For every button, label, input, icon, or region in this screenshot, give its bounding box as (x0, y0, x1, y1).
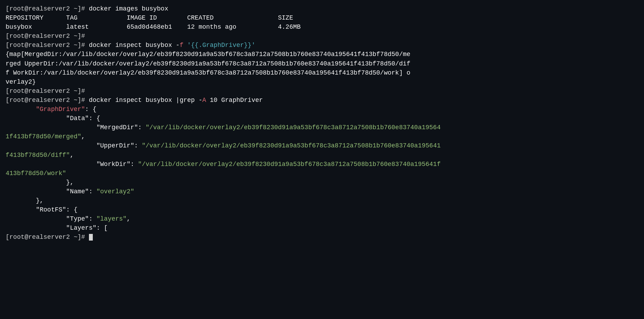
terminal-text (6, 142, 96, 149)
terminal-text: "/var/lib/docker/overlay2/eb39f8230d91a9… (146, 124, 441, 131)
terminal-text: 1f413bf78d50/merged" (6, 133, 81, 140)
terminal-text (6, 161, 96, 168)
terminal-text: "WorkDir" (96, 161, 130, 168)
terminal-text: docker inspect busybox |grep - (89, 97, 202, 104)
terminal-line: [root@realserver2 ~]# docker images busy… (6, 4, 638, 13)
terminal-text: "/var/lib/docker/overlay2/eb39f8230d91a9… (142, 142, 441, 149)
terminal-text: : (89, 188, 97, 195)
terminal-text (6, 197, 36, 204)
terminal-text: 413bf78d50/work" (6, 170, 66, 177)
terminal-line: 413bf78d50/work" (6, 169, 638, 178)
terminal-text: : (130, 161, 138, 168)
terminal-line: [root@realserver2 ~]# (6, 233, 638, 242)
terminal-cursor (89, 234, 93, 241)
terminal-line: "WorkDir": "/var/lib/docker/overlay2/eb3… (6, 160, 638, 169)
terminal-text: [root@realserver2 ~]# (6, 234, 89, 241)
terminal-text: , (81, 133, 85, 140)
terminal-line: [root@realserver2 ~]# docker inspect bus… (6, 41, 638, 50)
terminal-line: [root@realserver2 ~]# docker inspect bus… (6, 96, 638, 105)
terminal-line: f413bf78d50/diff", (6, 151, 638, 160)
terminal-line: f WorkDir:/var/lib/docker/overlay2/eb39f… (6, 68, 638, 77)
terminal-text: "UpperDir" (96, 142, 134, 149)
terminal-text: '{{.GraphDriver}}' (183, 42, 255, 49)
terminal-text: : (89, 215, 97, 222)
terminal-text: REPOSITORY TAG IMAGE ID CREATED SIZE (6, 14, 293, 21)
terminal-text: [root@realserver2 ~]# (6, 5, 89, 12)
terminal-line: "UpperDir": "/var/lib/docker/overlay2/eb… (6, 141, 638, 150)
terminal-line: verlay2} (6, 77, 638, 86)
terminal-text: "RootFS" (36, 206, 66, 213)
terminal-line: rged UpperDir:/var/lib/docker/overlay2/e… (6, 59, 638, 68)
terminal-text: docker inspect busybox - (89, 42, 180, 49)
terminal-line: REPOSITORY TAG IMAGE ID CREATED SIZE (6, 13, 638, 22)
terminal-text (6, 179, 66, 186)
terminal-text: : (138, 124, 146, 131)
terminal-text: "GraphDriver" (36, 106, 85, 113)
terminal-line: "Layers": [ (6, 223, 638, 233)
terminal-line: 1f413bf78d50/merged", (6, 132, 638, 141)
terminal-text: f WorkDir:/var/lib/docker/overlay2/eb39f… (6, 69, 410, 76)
terminal-text: "layers" (96, 215, 126, 222)
terminal-text: : [ (96, 224, 108, 231)
terminal-text: [root@realserver2 ~]# (6, 33, 89, 40)
terminal-text: [root@realserver2 ~]# (6, 97, 89, 104)
terminal-text (6, 106, 36, 113)
terminal-text: "Layers" (66, 224, 96, 231)
terminal-text (6, 224, 66, 231)
terminal-text: [root@realserver2 ~]# (6, 88, 89, 95)
terminal-line: [root@realserver2 ~]# (6, 32, 638, 41)
terminal-line: "Name": "overlay2" (6, 187, 638, 196)
terminal-text: , (70, 152, 74, 159)
terminal-line: [root@realserver2 ~]# (6, 86, 638, 96)
terminal-text: "Data" (66, 115, 89, 122)
terminal-line: }, (6, 196, 638, 205)
terminal-text: docker images busybox (89, 5, 168, 12)
terminal-text: : { (85, 106, 96, 113)
terminal-text: }, (66, 179, 74, 186)
terminal-text: "Name" (66, 188, 89, 195)
terminal-text: f (180, 42, 183, 49)
terminal-text: busybox latest 65ad0d468eb1 12 months ag… (6, 23, 301, 30)
terminal-text: : { (66, 206, 77, 213)
terminal-text: "MergedDir" (96, 124, 138, 131)
terminal-line: "Data": { (6, 114, 638, 123)
terminal-line: "Type": "layers", (6, 214, 638, 223)
terminal-text: "Type" (66, 215, 89, 222)
terminal-text: [root@realserver2 ~]# (6, 42, 89, 49)
terminal-text: , (127, 215, 131, 222)
terminal-text: : (134, 142, 142, 149)
terminal-text (6, 188, 66, 195)
terminal-text: }, (36, 197, 43, 204)
terminal-line: }, (6, 178, 638, 187)
terminal-text: verlay2} (6, 78, 36, 85)
terminal-text (6, 124, 96, 131)
terminal-text: f413bf78d50/diff" (6, 152, 70, 159)
terminal-text: : { (89, 115, 100, 122)
terminal-text: {map[MergedDir:/var/lib/docker/overlay2/… (6, 51, 410, 58)
terminal-text (6, 206, 36, 213)
terminal-text: "overlay2" (96, 188, 134, 195)
terminal-line: {map[MergedDir:/var/lib/docker/overlay2/… (6, 50, 638, 59)
terminal-line: "GraphDriver": { (6, 105, 638, 114)
terminal-text (6, 115, 66, 122)
terminal: [root@realserver2 ~]# docker images busy… (6, 4, 638, 242)
terminal-text: "/var/lib/docker/overlay2/eb39f8230d91a9… (138, 161, 441, 168)
terminal-line: "MergedDir": "/var/lib/docker/overlay2/e… (6, 123, 638, 132)
terminal-text: A (202, 97, 206, 104)
terminal-text (6, 215, 66, 222)
terminal-line: "RootFS": { (6, 205, 638, 214)
terminal-text: rged UpperDir:/var/lib/docker/overlay2/e… (6, 60, 410, 67)
terminal-text: 10 GraphDriver (206, 97, 263, 104)
terminal-line: busybox latest 65ad0d468eb1 12 months ag… (6, 22, 638, 32)
